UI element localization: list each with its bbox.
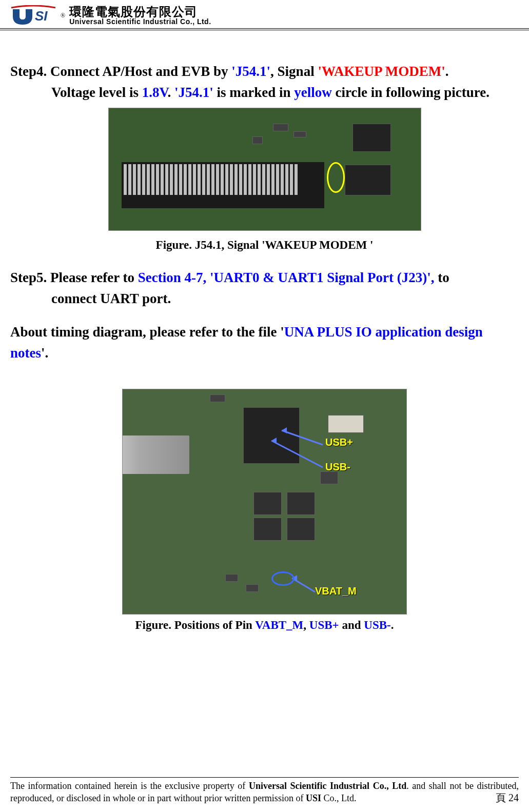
step4-paragraph: Step4. Connect AP/Host and EVB by 'J54.1… <box>10 61 519 103</box>
step4-line2: Voltage level is 1.8V. 'J54.1' is marked… <box>10 82 519 103</box>
company-name-block: 環隆電氣股份有限公司 Universal Scientific Industri… <box>69 6 211 25</box>
yellow-circle-marker <box>327 162 345 193</box>
footer-usi: USI <box>306 793 321 803</box>
step5-paragraph: Step5. Please refer to Section 4-7, 'UAR… <box>10 267 519 309</box>
step4-l2-end: circle in following picture. <box>332 85 489 100</box>
board-photo-2: USB+ USB- VBAT_M <box>122 389 407 615</box>
fig2-pre: Figure. Positions of Pin <box>135 619 256 631</box>
company-english: Universal Scientific Industrial Co., Ltd… <box>69 18 211 25</box>
reg-mark: ® <box>61 12 65 18</box>
usi-logo-icon: SI <box>10 5 56 26</box>
figure1-block: Figure. J54.1, Signal 'WAKEUP MODEM ' <box>10 108 519 252</box>
step4-l2-pre: Voltage level is <box>51 85 142 100</box>
about-paragraph: About timing diagram, please refer to th… <box>10 322 519 363</box>
step5-section: Section 4-7, 'UART0 & UART1 Signal Port … <box>138 270 438 285</box>
step4-yellow: yellow <box>294 85 332 100</box>
fig2-vabt: VABT_M <box>255 619 303 631</box>
step5-prefix: Step5. Please refer to <box>10 270 138 285</box>
figure1-caption: Figure. J54.1, Signal 'WAKEUP MODEM ' <box>10 239 519 252</box>
step4-j54-again: 'J54.1' <box>174 85 213 100</box>
svg-line-1 <box>282 430 323 445</box>
fig2-c1: , <box>303 619 309 631</box>
annotation-arrows <box>123 389 406 614</box>
footer-company: Universal Scientific Industrial Co., Ltd <box>249 781 406 791</box>
footer-text: The information contained herein is the … <box>10 780 519 804</box>
page-footer: The information contained herein is the … <box>10 777 519 804</box>
step4-text-3: . <box>445 64 449 79</box>
vbat-m-label: VBAT_M <box>315 585 357 597</box>
figure2-block: USB+ USB- VBAT_M Figure. Positions of Pi… <box>10 389 519 632</box>
step5-line2: connect UART port. <box>10 288 519 309</box>
step4-l2-mid: . <box>168 85 175 100</box>
footer-end: Co., Ltd. <box>321 793 357 803</box>
page-header: SI ® 環隆電氣股份有限公司 Universal Scientific Ind… <box>0 0 529 30</box>
step4-text-1: Step4. Connect AP/Host and EVB by <box>10 64 231 79</box>
company-chinese: 環隆電氣股份有限公司 <box>69 6 211 18</box>
footer-pre: The information contained herein is the … <box>10 781 249 791</box>
logo-area: SI ® 環隆電氣股份有限公司 Universal Scientific Ind… <box>10 5 519 26</box>
usb-minus-label: USB- <box>325 461 350 473</box>
step4-voltage: 1.8V <box>142 85 168 100</box>
fig2-end: . <box>391 619 394 631</box>
figure2-caption: Figure. Positions of Pin VABT_M, USB+ an… <box>10 619 519 632</box>
svg-text:SI: SI <box>35 8 48 24</box>
step4-j54: 'J54.1' <box>231 64 270 79</box>
fig2-usbp: USB+ <box>309 619 339 631</box>
page-content: Step4. Connect AP/Host and EVB by 'J54.1… <box>0 30 529 658</box>
logo-text: ® <box>61 12 65 18</box>
about-prefix: About timing diagram, please refer to th… <box>10 324 284 340</box>
step5-suffix: to <box>438 270 449 285</box>
usb-plus-label: USB+ <box>325 437 353 448</box>
svg-line-3 <box>271 441 323 467</box>
blue-circle-marker <box>271 571 295 586</box>
board-photo-1 <box>108 108 421 231</box>
page-number: 頁 24 <box>496 791 519 804</box>
step4-wakeup: 'WAKEUP MODEM' <box>318 64 445 79</box>
step4-text-2: , Signal <box>270 64 318 79</box>
fig2-usbm: USB- <box>364 619 390 631</box>
step4-l2-mid2: is marked in <box>213 85 295 100</box>
svg-marker-2 <box>282 427 287 433</box>
svg-line-5 <box>292 578 315 592</box>
page-num-value: 24 <box>508 792 519 803</box>
page-prefix: 頁 <box>496 792 506 803</box>
about-suffix: '. <box>41 345 48 361</box>
fig2-c2: and <box>339 619 364 631</box>
